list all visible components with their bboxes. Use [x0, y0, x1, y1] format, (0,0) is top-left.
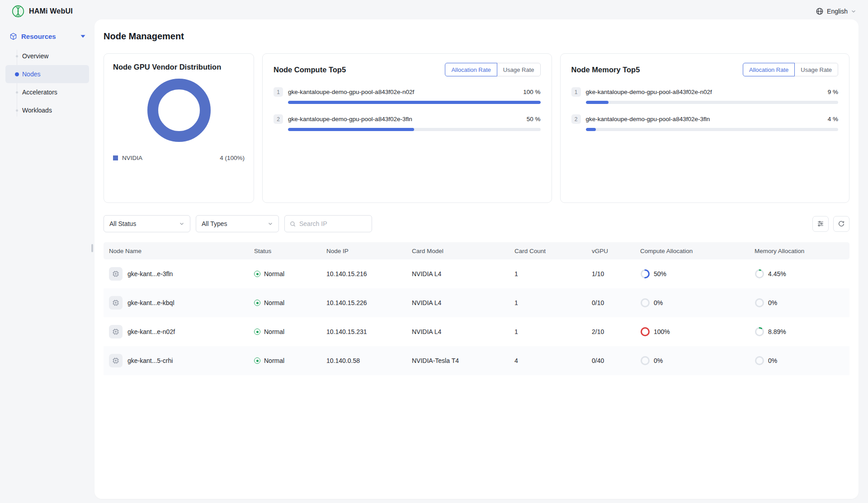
compute-top5-card: Node Compute Top5 Allocation RateUsage R…: [262, 53, 552, 203]
node-ip: 10.140.15.231: [326, 328, 412, 335]
node-name: gke-kant...e-kbql: [127, 299, 175, 306]
top5-node-name: gke-kantaloupe-demo-gpu-pool-a843f02e-n0…: [586, 89, 712, 95]
column-header: Node IP: [326, 248, 412, 254]
toggle-allocation-rate[interactable]: Allocation Rate: [743, 63, 795, 76]
node-ip: 10.140.0.58: [326, 357, 412, 364]
sidebar-item-nodes[interactable]: Nodes: [5, 65, 89, 83]
top5-item: 1 gke-kantaloupe-demo-gpu-pool-a843f02e-…: [274, 87, 541, 104]
status-filter-value: All Status: [109, 220, 136, 227]
vendor-donut-chart: [113, 78, 245, 143]
progress-bar-fill: [586, 128, 596, 131]
status-filter-select[interactable]: All Status: [104, 215, 190, 232]
compute-allocation-ring: [640, 356, 650, 366]
vendor-distribution-card: Node GPU Vendor Distribution NVIDIA 4 (1…: [104, 53, 254, 203]
search-box: [284, 215, 372, 232]
language-label: English: [827, 8, 848, 15]
status-label: Normal: [264, 299, 284, 306]
donut-ring: [153, 84, 205, 136]
compute-top5-list: 1 gke-kantaloupe-demo-gpu-pool-a843f02e-…: [274, 87, 541, 131]
memory-allocation-ring: [755, 327, 764, 337]
status-label: Normal: [264, 357, 284, 364]
sidebar-item-overview[interactable]: Overview: [5, 47, 89, 65]
memory-top5-list: 1 gke-kantaloupe-demo-gpu-pool-a843f02e-…: [571, 87, 839, 131]
compute-allocation-ring: [640, 298, 650, 308]
status-normal-icon: [254, 357, 260, 364]
table-actions: [812, 216, 849, 232]
toggle-usage-rate[interactable]: Usage Rate: [497, 63, 541, 76]
main-panel: Node Management Node GPU Vendor Distribu…: [94, 19, 859, 499]
legend-value: 4 (100%): [220, 155, 245, 161]
page-title: Node Management: [104, 31, 849, 42]
card-model: NVIDIA L4: [412, 328, 514, 335]
sidebar-item-label: Accelerators: [22, 89, 57, 96]
card-model: NVIDIA L4: [412, 299, 514, 306]
legend-swatch: [113, 155, 118, 160]
gpu-chip-icon: [109, 325, 123, 338]
card-count: 4: [514, 357, 592, 364]
memory-allocation-value: 8.89%: [768, 328, 786, 335]
top5-value: 50 %: [527, 116, 541, 122]
refresh-button[interactable]: [833, 216, 849, 232]
hami-logo-icon: [12, 5, 24, 18]
node-name: gke-kant...5-crhi: [127, 357, 173, 364]
search-input[interactable]: [299, 220, 367, 227]
sidebar-group-resources[interactable]: Resources: [5, 29, 89, 43]
table-row[interactable]: gke-kant...5-crhi Normal 10.140.0.58 NVI…: [104, 346, 849, 375]
table-row[interactable]: gke-kant...e-kbql Normal 10.140.15.226 N…: [104, 288, 849, 317]
panel-resize-handle[interactable]: [91, 244, 93, 252]
memory-allocation-ring: [755, 298, 764, 308]
card-count: 1: [514, 299, 592, 306]
top5-node-name: gke-kantaloupe-demo-gpu-pool-a843f02e-3f…: [586, 116, 710, 122]
column-header: Node Name: [104, 248, 254, 254]
sidebar-subitems: OverviewNodesAcceleratorsWorkloads: [5, 47, 89, 119]
card-model: NVIDIA L4: [412, 270, 514, 277]
legend-item: NVIDIA 4 (100%): [113, 155, 245, 161]
chevron-down-icon: [179, 221, 184, 226]
card-model: NVIDIA-Tesla T4: [412, 357, 514, 364]
sidebar-item-accelerators[interactable]: Accelerators: [5, 83, 89, 101]
type-filter-select[interactable]: All Types: [196, 215, 279, 232]
top5-value: 9 %: [828, 89, 838, 95]
table-body: gke-kant...e-3fln Normal 10.140.15.216 N…: [104, 259, 849, 375]
filters-row: All Status All Types: [104, 215, 849, 232]
rank-badge: 2: [274, 114, 283, 124]
top5-value: 100 %: [523, 89, 540, 95]
globe-icon: [816, 7, 824, 15]
rank-badge: 1: [571, 87, 581, 97]
progress-bar-track: [586, 101, 839, 104]
progress-bar-track: [586, 128, 839, 131]
column-header: Card Count: [514, 248, 592, 254]
table-header: Node NameStatusNode IPCard ModelCard Cou…: [104, 242, 849, 259]
search-icon: [289, 221, 296, 227]
progress-bar-track: [288, 101, 541, 104]
column-header: vGPU: [592, 248, 640, 254]
toggle-usage-rate[interactable]: Usage Rate: [794, 63, 838, 76]
sidebar-group-label: Resources: [21, 33, 56, 40]
vgpu-value: 1/10: [592, 270, 640, 277]
memory-allocation-value: 0%: [768, 299, 777, 306]
sidebar-item-label: Nodes: [22, 71, 40, 78]
gpu-chip-icon: [109, 296, 123, 310]
progress-bar-fill: [586, 101, 609, 104]
column-header: Memory Allocation: [755, 248, 849, 254]
type-filter-value: All Types: [202, 220, 227, 227]
table-row[interactable]: gke-kant...e-n02f Normal 10.140.15.231 N…: [104, 317, 849, 346]
stat-cards-row: Node GPU Vendor Distribution NVIDIA 4 (1…: [104, 53, 849, 203]
language-selector[interactable]: English: [816, 7, 856, 15]
toggle-allocation-rate[interactable]: Allocation Rate: [445, 63, 497, 76]
card-count: 1: [514, 328, 592, 335]
table-row[interactable]: gke-kant...e-3fln Normal 10.140.15.216 N…: [104, 259, 849, 288]
progress-bar-fill: [288, 128, 414, 131]
sidebar-item-workloads[interactable]: Workloads: [5, 101, 89, 119]
node-ip: 10.140.15.226: [326, 299, 412, 306]
top-bar: HAMi WebUI English: [0, 0, 868, 22]
cube-icon: [9, 33, 17, 40]
vgpu-value: 0/10: [592, 299, 640, 306]
compute-allocation-value: 50%: [654, 270, 666, 277]
column-header: Status: [254, 248, 326, 254]
nodes-table: Node NameStatusNode IPCard ModelCard Cou…: [104, 242, 849, 375]
chevron-down-icon: [268, 221, 273, 226]
column-settings-button[interactable]: [812, 216, 829, 232]
vendor-legend: NVIDIA 4 (100%): [113, 155, 245, 161]
compute-allocation-ring: [640, 327, 650, 337]
